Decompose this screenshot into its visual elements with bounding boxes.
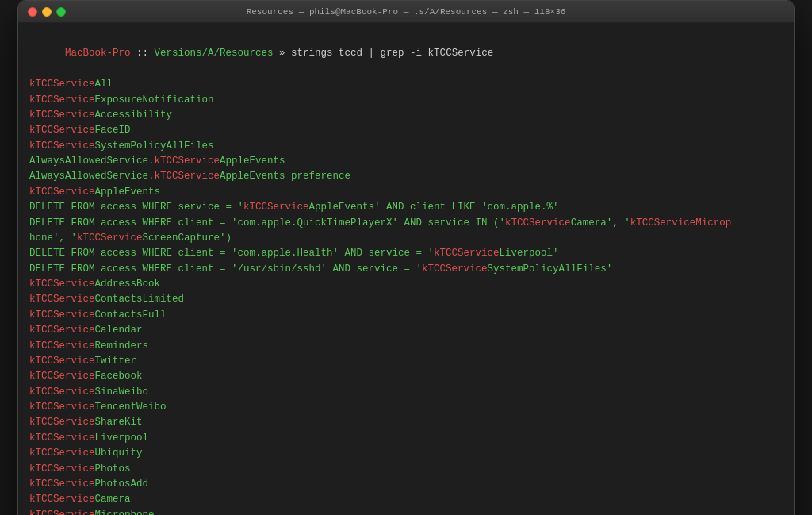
terminal-text-green: DELETE FROM access WHERE client = 'com.a…: [29, 248, 434, 259]
terminal-text-green: ShareKit: [95, 417, 143, 428]
terminal-line: kTCCServiceMicrophone: [29, 508, 783, 515]
terminal-text-red: kTCCService: [29, 79, 95, 90]
minimize-button[interactable]: [42, 7, 52, 17]
window-title: Resources — phils@MacBook-Pro — .s/A/Res…: [247, 7, 566, 17]
terminal-line: DELETE FROM access WHERE client = 'com.a…: [29, 216, 783, 231]
terminal-text-red: kTCCService: [505, 217, 571, 229]
terminal-text-green: SinaWeibo: [95, 386, 149, 398]
terminal-line: kTCCServiceCamera: [29, 492, 783, 507]
terminal-text-red: kTCCService: [29, 402, 95, 413]
terminal-text-green: Camera: [95, 494, 131, 505]
terminal-text-green: DELETE FROM access WHERE service = ': [29, 202, 243, 213]
terminal-line: kTCCServicePhotosAdd: [29, 477, 783, 492]
terminal-line: AlwaysAllowedService.kTCCServiceAppleEve…: [29, 154, 783, 169]
terminal-text-red: kTCCService: [243, 202, 309, 213]
terminal-text-red: kTCCService: [29, 417, 95, 428]
terminal-text-green: Reminders: [95, 340, 149, 352]
terminal-line: AlwaysAllowedService.kTCCServiceAppleEve…: [29, 169, 783, 184]
terminal-line: kTCCServiceLiverpool: [29, 431, 783, 446]
terminal-text-green: Twitter: [95, 356, 137, 367]
terminal-text-green: Liverpool': [500, 248, 559, 259]
terminal-text-red: kTCCService: [29, 386, 95, 398]
terminal-text-red: kTCCService: [29, 309, 95, 321]
terminal-line: kTCCServiceShareKit: [29, 415, 783, 430]
terminal-line: DELETE FROM access WHERE service = 'kTCC…: [29, 200, 783, 215]
terminal-text-green: SystemPolicyAllFiles': [488, 263, 613, 275]
terminal-text-green: PhotosAdd: [95, 478, 149, 490]
terminal-line: kTCCServiceFacebook: [29, 369, 783, 384]
traffic-lights: [28, 7, 66, 17]
terminal-text-red: kTCCService: [29, 432, 95, 444]
terminal-text-red: kTCCService: [29, 340, 95, 352]
terminal-body[interactable]: MacBook-Pro :: Versions/A/Resources » st…: [18, 23, 794, 515]
terminal-text-red: kTCCService: [29, 125, 95, 136]
terminal-text-green: AddressBook: [95, 279, 161, 290]
terminal-text-red: kTCCService: [29, 279, 95, 290]
terminal-window: Resources — phils@MacBook-Pro — .s/A/Res…: [17, 0, 795, 515]
terminal-line: kTCCServiceTencentWeibo: [29, 400, 783, 415]
terminal-text-green: ExposureNotification: [95, 94, 214, 106]
terminal-line: kTCCServiceAddressBook: [29, 277, 783, 292]
prompt-command: strings tccd | grep -i kTCCService: [291, 48, 493, 59]
terminal-text-green: AppleEvents' AND client LIKE 'com.apple.…: [309, 202, 559, 213]
close-button[interactable]: [28, 7, 37, 17]
terminal-text-green: ContactsLimited: [95, 294, 185, 305]
terminal-line: DELETE FROM access WHERE client = 'com.a…: [29, 246, 783, 261]
terminal-text-green: Ubiquity: [95, 448, 143, 459]
terminal-text-red: kTCCService: [29, 325, 95, 336]
terminal-text-green: AlwaysAllowedService.: [29, 156, 155, 167]
terminal-text-green: Facebook: [95, 371, 143, 382]
terminal-text-red: kTCCService: [29, 463, 95, 475]
terminal-text-green: ContactsFull: [95, 309, 167, 321]
prompt-line: MacBook-Pro :: Versions/A/Resources » st…: [29, 31, 783, 77]
terminal-text-green: ScreenCapture'): [143, 233, 232, 244]
terminal-text-green: Microphone: [95, 509, 155, 515]
maximize-button[interactable]: [56, 7, 66, 17]
terminal-text-green: Photos: [95, 463, 131, 475]
prompt-hostname: MacBook-Pro: [65, 48, 131, 59]
terminal-text-red: kTCCService: [29, 94, 95, 106]
terminal-line: kTCCServiceCalendar: [29, 323, 783, 338]
terminal-text-green: Camera', ': [571, 217, 630, 229]
terminal-line: kTCCServiceContactsLimited: [29, 292, 783, 307]
terminal-line: kTCCServiceSinaWeibo: [29, 385, 783, 400]
terminal-text-red: kTCCService: [29, 294, 95, 305]
prompt-path: Versions/A/Resources: [155, 48, 274, 59]
terminal-line: DELETE FROM access WHERE client = '/usr/…: [29, 262, 783, 277]
terminal-text-green: AppleEvents: [220, 156, 285, 167]
terminal-text-red: kTCCService: [29, 356, 95, 367]
terminal-text-green: SystemPolicyAllFiles: [95, 140, 214, 152]
terminal-text-red: kTCCService: [77, 233, 143, 244]
terminal-line: kTCCServiceSystemPolicyAllFiles: [29, 139, 783, 154]
terminal-text-red: kTCCService: [29, 371, 95, 382]
terminal-text-green: AppleEvents preference: [220, 171, 350, 182]
terminal-text-green: AlwaysAllowedService.: [29, 171, 155, 182]
terminal-text-green: DELETE FROM access WHERE client = 'com.a…: [29, 217, 505, 229]
terminal-text-red: kTCCServiceMicrop: [630, 217, 732, 229]
terminal-line: kTCCServiceExposureNotification: [29, 93, 783, 108]
terminal-text-red: kTCCService: [29, 110, 95, 121]
terminal-text-green: DELETE FROM access WHERE client = '/usr/…: [29, 263, 422, 275]
terminal-text-red: kTCCService: [155, 156, 220, 167]
terminal-text-red: kTCCService: [155, 171, 220, 182]
terminal-text-green: All: [95, 79, 113, 90]
terminal-text-red: kTCCService: [422, 263, 488, 275]
terminal-text-red: kTCCService: [29, 478, 95, 490]
terminal-text-red: kTCCService: [29, 186, 95, 198]
terminal-line: kTCCServiceAppleEvents: [29, 185, 783, 200]
terminal-text-green: FaceID: [95, 125, 131, 136]
terminal-output: kTCCServiceAllkTCCServiceExposureNotific…: [29, 77, 783, 515]
terminal-line: kTCCServiceContactsFull: [29, 308, 783, 323]
terminal-text-red: kTCCService: [29, 448, 95, 459]
terminal-line: hone', 'kTCCServiceScreenCapture'): [29, 231, 783, 246]
terminal-line: kTCCServiceUbiquity: [29, 446, 783, 461]
terminal-line: kTCCServiceAll: [29, 77, 783, 92]
terminal-text-green: hone', ': [29, 233, 77, 244]
terminal-text-green: Liverpool: [95, 432, 149, 444]
terminal-text-red: kTCCService: [434, 248, 500, 259]
terminal-text-green: TencentWeibo: [95, 402, 167, 413]
terminal-text-red: kTCCService: [29, 509, 95, 515]
terminal-text-green: AppleEvents: [95, 186, 161, 198]
titlebar: Resources — phils@MacBook-Pro — .s/A/Res…: [18, 1, 794, 23]
terminal-text-green: Accessibility: [95, 110, 173, 121]
